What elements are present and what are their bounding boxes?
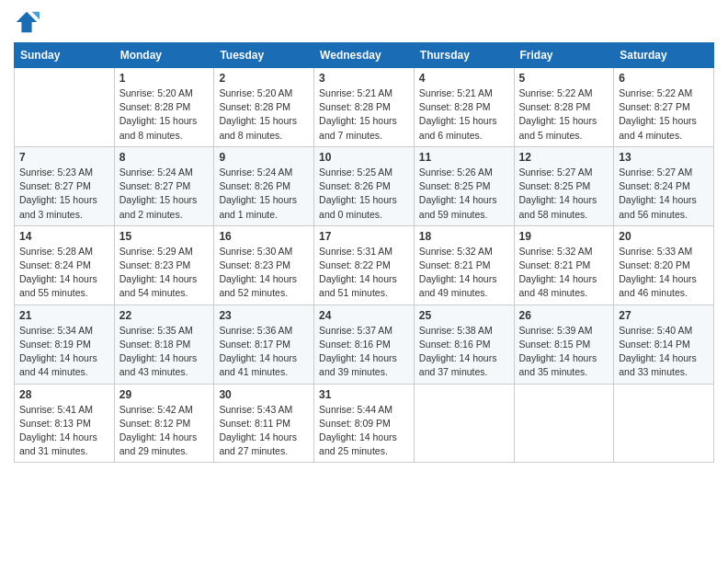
day-number: 27 [619,309,709,322]
calendar-cell: 2Sunrise: 5:20 AM Sunset: 8:28 PM Daylig… [214,68,314,147]
calendar-cell: 23Sunrise: 5:36 AM Sunset: 8:17 PM Dayli… [214,304,314,384]
day-number: 25 [419,309,509,322]
calendar-cell: 18Sunrise: 5:32 AM Sunset: 8:21 PM Dayli… [414,225,514,304]
day-number: 16 [219,230,309,243]
day-number: 30 [219,388,309,401]
day-number: 5 [519,72,609,85]
column-header-saturday: Saturday [614,43,714,68]
day-info: Sunrise: 5:44 AM Sunset: 8:09 PM Dayligh… [319,403,409,459]
calendar-cell: 12Sunrise: 5:27 AM Sunset: 8:25 PM Dayli… [514,146,614,225]
day-number: 28 [19,388,109,401]
day-info: Sunrise: 5:27 AM Sunset: 8:24 PM Dayligh… [619,166,709,222]
column-header-monday: Monday [114,43,214,68]
day-number: 18 [419,230,509,243]
calendar-cell: 5Sunrise: 5:22 AM Sunset: 8:28 PM Daylig… [514,68,614,147]
day-info: Sunrise: 5:37 AM Sunset: 8:16 PM Dayligh… [319,324,409,380]
calendar-cell: 31Sunrise: 5:44 AM Sunset: 8:09 PM Dayli… [314,384,415,463]
calendar-cell: 9Sunrise: 5:24 AM Sunset: 8:26 PM Daylig… [214,146,314,225]
day-number: 31 [319,388,409,401]
day-number: 19 [519,230,609,243]
day-number: 26 [519,309,609,322]
calendar-week-row: 1Sunrise: 5:20 AM Sunset: 8:28 PM Daylig… [15,68,714,147]
day-info: Sunrise: 5:43 AM Sunset: 8:11 PM Dayligh… [219,403,309,459]
calendar-cell: 16Sunrise: 5:30 AM Sunset: 8:23 PM Dayli… [214,225,314,304]
calendar-cell: 19Sunrise: 5:32 AM Sunset: 8:21 PM Dayli… [514,225,614,304]
calendar-cell: 24Sunrise: 5:37 AM Sunset: 8:16 PM Dayli… [314,304,415,384]
calendar-cell: 29Sunrise: 5:42 AM Sunset: 8:12 PM Dayli… [114,384,214,463]
calendar-cell [514,384,614,463]
day-info: Sunrise: 5:32 AM Sunset: 8:21 PM Dayligh… [419,245,509,301]
calendar-cell: 17Sunrise: 5:31 AM Sunset: 8:22 PM Dayli… [314,225,415,304]
calendar-cell: 11Sunrise: 5:26 AM Sunset: 8:25 PM Dayli… [414,146,514,225]
day-info: Sunrise: 5:33 AM Sunset: 8:20 PM Dayligh… [619,245,709,301]
day-number: 10 [319,151,409,164]
calendar-week-row: 28Sunrise: 5:41 AM Sunset: 8:13 PM Dayli… [15,384,714,463]
day-number: 23 [219,309,309,322]
calendar-cell: 14Sunrise: 5:28 AM Sunset: 8:24 PM Dayli… [15,225,115,304]
calendar-cell: 20Sunrise: 5:33 AM Sunset: 8:20 PM Dayli… [614,225,714,304]
calendar-cell: 1Sunrise: 5:20 AM Sunset: 8:28 PM Daylig… [114,68,214,147]
day-number: 17 [319,230,409,243]
day-number: 2 [219,72,309,85]
calendar-table: SundayMondayTuesdayWednesdayThursdayFrid… [14,42,714,463]
calendar-week-row: 7Sunrise: 5:23 AM Sunset: 8:27 PM Daylig… [15,146,714,225]
day-info: Sunrise: 5:22 AM Sunset: 8:27 PM Dayligh… [619,86,709,143]
calendar-cell: 25Sunrise: 5:38 AM Sunset: 8:16 PM Dayli… [414,304,514,384]
day-info: Sunrise: 5:23 AM Sunset: 8:27 PM Dayligh… [19,166,109,222]
column-header-sunday: Sunday [15,43,115,68]
day-number: 15 [119,230,210,243]
day-info: Sunrise: 5:26 AM Sunset: 8:25 PM Dayligh… [419,166,509,222]
day-number: 20 [619,230,709,243]
day-number: 24 [319,309,409,322]
calendar-cell: 26Sunrise: 5:39 AM Sunset: 8:15 PM Dayli… [514,304,614,384]
day-number: 11 [419,151,509,164]
day-info: Sunrise: 5:34 AM Sunset: 8:19 PM Dayligh… [19,324,109,380]
day-info: Sunrise: 5:42 AM Sunset: 8:12 PM Dayligh… [119,403,210,459]
calendar-cell: 28Sunrise: 5:41 AM Sunset: 8:13 PM Dayli… [15,384,115,463]
svg-marker-0 [17,12,37,32]
calendar-cell: 27Sunrise: 5:40 AM Sunset: 8:14 PM Dayli… [614,304,714,384]
day-number: 12 [519,151,609,164]
calendar-cell: 8Sunrise: 5:24 AM Sunset: 8:27 PM Daylig… [114,146,214,225]
day-info: Sunrise: 5:24 AM Sunset: 8:27 PM Dayligh… [119,166,210,222]
day-number: 8 [119,151,210,164]
day-info: Sunrise: 5:20 AM Sunset: 8:28 PM Dayligh… [219,86,309,143]
logo-icon [14,9,40,35]
day-info: Sunrise: 5:21 AM Sunset: 8:28 PM Dayligh… [419,86,509,143]
day-info: Sunrise: 5:22 AM Sunset: 8:28 PM Dayligh… [519,86,609,143]
calendar-cell: 7Sunrise: 5:23 AM Sunset: 8:27 PM Daylig… [15,146,115,225]
day-info: Sunrise: 5:35 AM Sunset: 8:18 PM Dayligh… [119,324,210,380]
day-info: Sunrise: 5:30 AM Sunset: 8:23 PM Dayligh… [219,245,309,301]
day-number: 3 [319,72,409,85]
calendar-header-row: SundayMondayTuesdayWednesdayThursdayFrid… [15,43,714,68]
column-header-thursday: Thursday [414,43,514,68]
day-number: 9 [219,151,309,164]
day-info: Sunrise: 5:39 AM Sunset: 8:15 PM Dayligh… [519,324,609,380]
day-info: Sunrise: 5:24 AM Sunset: 8:26 PM Dayligh… [219,166,309,222]
day-info: Sunrise: 5:20 AM Sunset: 8:28 PM Dayligh… [119,86,210,143]
day-number: 7 [19,151,109,164]
calendar-cell: 4Sunrise: 5:21 AM Sunset: 8:28 PM Daylig… [414,68,514,147]
calendar-week-row: 14Sunrise: 5:28 AM Sunset: 8:24 PM Dayli… [15,225,714,304]
page-header [14,9,714,35]
day-info: Sunrise: 5:27 AM Sunset: 8:25 PM Dayligh… [519,166,609,222]
calendar-cell: 21Sunrise: 5:34 AM Sunset: 8:19 PM Dayli… [15,304,115,384]
calendar-cell: 22Sunrise: 5:35 AM Sunset: 8:18 PM Dayli… [114,304,214,384]
calendar-cell: 6Sunrise: 5:22 AM Sunset: 8:27 PM Daylig… [614,68,714,147]
day-info: Sunrise: 5:21 AM Sunset: 8:28 PM Dayligh… [319,86,409,143]
day-number: 29 [119,388,210,401]
calendar-cell: 15Sunrise: 5:29 AM Sunset: 8:23 PM Dayli… [114,225,214,304]
day-number: 22 [119,309,210,322]
column-header-tuesday: Tuesday [214,43,314,68]
calendar-cell [414,384,514,463]
calendar-week-row: 21Sunrise: 5:34 AM Sunset: 8:19 PM Dayli… [15,304,714,384]
day-info: Sunrise: 5:29 AM Sunset: 8:23 PM Dayligh… [119,245,210,301]
calendar-cell: 10Sunrise: 5:25 AM Sunset: 8:26 PM Dayli… [314,146,415,225]
calendar-cell: 3Sunrise: 5:21 AM Sunset: 8:28 PM Daylig… [314,68,415,147]
calendar-cell: 30Sunrise: 5:43 AM Sunset: 8:11 PM Dayli… [214,384,314,463]
day-info: Sunrise: 5:36 AM Sunset: 8:17 PM Dayligh… [219,324,309,380]
day-info: Sunrise: 5:32 AM Sunset: 8:21 PM Dayligh… [519,245,609,301]
column-header-wednesday: Wednesday [314,43,415,68]
column-header-friday: Friday [514,43,614,68]
day-number: 6 [619,72,709,85]
